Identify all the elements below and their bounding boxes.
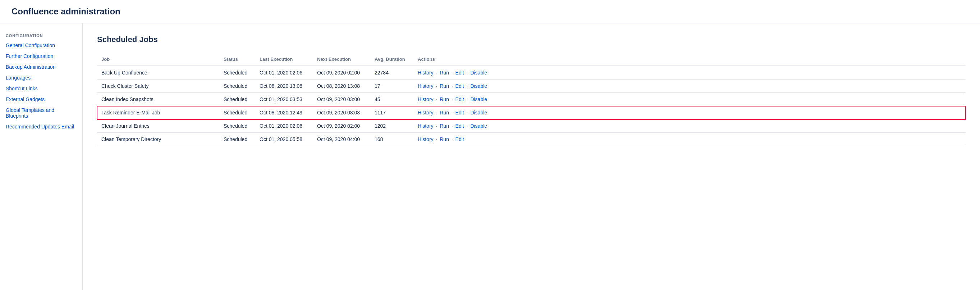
cell-next-execution: Oct 09, 2020 02:00 <box>313 120 370 133</box>
col-header-avg: Avg. Duration <box>370 53 414 66</box>
cell-job: Clean Temporary Directory <box>97 133 219 146</box>
action-separator: · <box>450 83 454 89</box>
cell-next-execution: Oct 08, 2020 13:08 <box>313 80 370 93</box>
action-separator: · <box>465 96 469 102</box>
sidebar-item-shortcut-links[interactable]: Shortcut Links <box>0 83 82 94</box>
action-run-link[interactable]: Run <box>440 96 449 102</box>
action-separator: · <box>450 110 454 115</box>
cell-status: Scheduled <box>219 120 255 133</box>
action-edit-link[interactable]: Edit <box>455 110 464 115</box>
cell-actions: History · Run · Edit · Disable <box>414 106 966 120</box>
cell-last-execution: Oct 01, 2020 02:06 <box>255 120 313 133</box>
action-separator: · <box>434 110 439 115</box>
action-disable-link[interactable]: Disable <box>470 83 487 89</box>
action-separator: · <box>465 83 469 89</box>
action-separator: · <box>450 96 454 102</box>
table-row: Check Cluster SafetyScheduledOct 08, 202… <box>97 80 966 93</box>
table-row: Task Reminder E-Mail JobScheduledOct 08,… <box>97 106 966 120</box>
action-separator: · <box>434 83 439 89</box>
action-separator: · <box>434 136 439 142</box>
cell-last-execution: Oct 08, 2020 13:08 <box>255 80 313 93</box>
table-row: Clean Temporary DirectoryScheduledOct 01… <box>97 133 966 146</box>
cell-job: Clean Journal Entries <box>97 120 219 133</box>
table-row: Clean Index SnapshotsScheduledOct 01, 20… <box>97 93 966 106</box>
sidebar-item-external-gadgets[interactable]: External Gadgets <box>0 94 82 105</box>
action-disable-link[interactable]: Disable <box>470 70 487 76</box>
sidebar-item-further-configuration[interactable]: Further Configuration <box>0 51 82 62</box>
col-header-job: Job <box>97 53 219 66</box>
cell-actions: History · Run · Edit · Disable <box>414 120 966 133</box>
cell-next-execution: Oct 09, 2020 04:00 <box>313 133 370 146</box>
cell-status: Scheduled <box>219 106 255 120</box>
cell-avg-duration: 1202 <box>370 120 414 133</box>
action-run-link[interactable]: Run <box>440 83 449 89</box>
action-edit-link[interactable]: Edit <box>455 123 464 129</box>
action-history-link[interactable]: History <box>418 96 434 102</box>
cell-job: Task Reminder E-Mail Job <box>97 106 219 120</box>
page-header: Confluence administration <box>0 0 980 23</box>
action-edit-link[interactable]: Edit <box>455 136 464 142</box>
sidebar-item-backup-administration[interactable]: Backup Administration <box>0 62 82 72</box>
action-run-link[interactable]: Run <box>440 70 449 76</box>
action-history-link[interactable]: History <box>418 70 434 76</box>
col-header-last: Last Execution <box>255 53 313 66</box>
action-run-link[interactable]: Run <box>440 136 449 142</box>
action-history-link[interactable]: History <box>418 136 434 142</box>
action-separator: · <box>450 70 454 76</box>
sidebar: CONFIGURATION General ConfigurationFurth… <box>0 23 83 290</box>
cell-job: Back Up Confluence <box>97 66 219 80</box>
cell-last-execution: Oct 08, 2020 12:49 <box>255 106 313 120</box>
action-edit-link[interactable]: Edit <box>455 70 464 76</box>
action-history-link[interactable]: History <box>418 83 434 89</box>
action-run-link[interactable]: Run <box>440 123 449 129</box>
action-disable-link[interactable]: Disable <box>470 110 487 115</box>
action-history-link[interactable]: History <box>418 123 434 129</box>
action-separator: · <box>465 70 469 76</box>
cell-avg-duration: 1117 <box>370 106 414 120</box>
cell-status: Scheduled <box>219 93 255 106</box>
cell-status: Scheduled <box>219 133 255 146</box>
cell-job: Check Cluster Safety <box>97 80 219 93</box>
cell-status: Scheduled <box>219 80 255 93</box>
sidebar-item-recommended-updates-email[interactable]: Recommended Updates Email <box>0 121 82 132</box>
action-separator: · <box>434 96 439 102</box>
table-row: Back Up ConfluenceScheduledOct 01, 2020 … <box>97 66 966 80</box>
sidebar-item-global-templates[interactable]: Global Templates and Blueprints <box>0 105 82 121</box>
action-separator: · <box>450 123 454 129</box>
cell-avg-duration: 45 <box>370 93 414 106</box>
action-separator: · <box>465 123 469 129</box>
table-row: Clean Journal EntriesScheduledOct 01, 20… <box>97 120 966 133</box>
page-body: CONFIGURATION General ConfigurationFurth… <box>0 23 980 290</box>
action-separator: · <box>434 123 439 129</box>
main-content: Scheduled Jobs Job Status Last Execution… <box>83 23 980 290</box>
action-disable-link[interactable]: Disable <box>470 96 487 102</box>
cell-last-execution: Oct 01, 2020 02:06 <box>255 66 313 80</box>
sidebar-section-label: CONFIGURATION <box>0 30 82 40</box>
action-history-link[interactable]: History <box>418 110 434 115</box>
table-header-row: Job Status Last Execution Next Execution… <box>97 53 966 66</box>
cell-actions: History · Run · Edit · Disable <box>414 93 966 106</box>
action-separator: · <box>434 70 439 76</box>
sidebar-item-languages[interactable]: Languages <box>0 72 82 83</box>
action-edit-link[interactable]: Edit <box>455 83 464 89</box>
cell-actions: History · Run · Edit · Disable <box>414 80 966 93</box>
cell-actions: History · Run · Edit <box>414 133 966 146</box>
action-separator: · <box>465 110 469 115</box>
cell-next-execution: Oct 09, 2020 03:00 <box>313 93 370 106</box>
sidebar-item-general-configuration[interactable]: General Configuration <box>0 40 82 51</box>
scheduled-jobs-table: Job Status Last Execution Next Execution… <box>97 53 966 146</box>
cell-status: Scheduled <box>219 66 255 80</box>
cell-next-execution: Oct 09, 2020 02:00 <box>313 66 370 80</box>
page-title: Scheduled Jobs <box>97 35 966 44</box>
cell-avg-duration: 22784 <box>370 66 414 80</box>
col-header-actions: Actions <box>414 53 966 66</box>
cell-next-execution: Oct 09, 2020 08:03 <box>313 106 370 120</box>
cell-last-execution: Oct 01, 2020 03:53 <box>255 93 313 106</box>
action-edit-link[interactable]: Edit <box>455 96 464 102</box>
action-disable-link[interactable]: Disable <box>470 123 487 129</box>
action-run-link[interactable]: Run <box>440 110 449 115</box>
action-separator: · <box>450 136 454 142</box>
col-header-next: Next Execution <box>313 53 370 66</box>
cell-avg-duration: 17 <box>370 80 414 93</box>
cell-actions: History · Run · Edit · Disable <box>414 66 966 80</box>
